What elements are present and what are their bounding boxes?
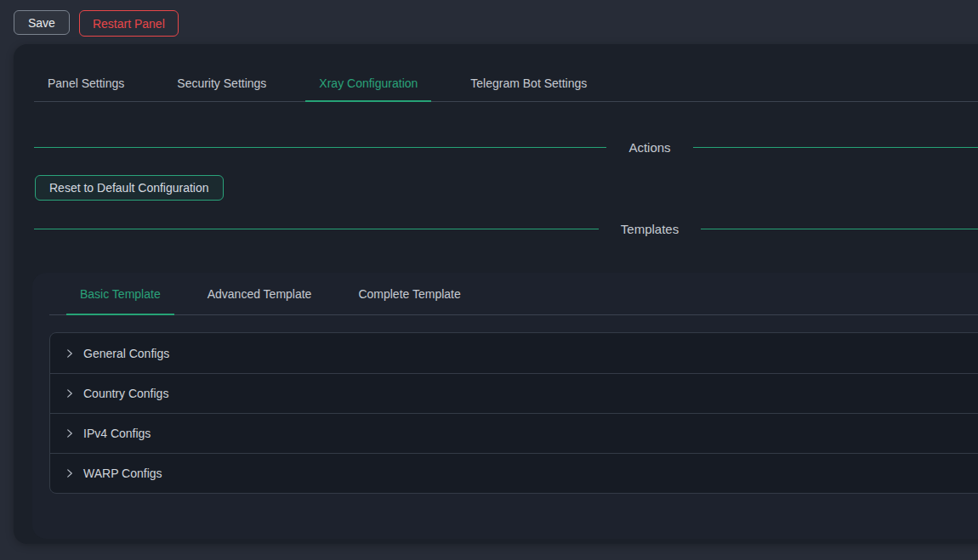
save-button[interactable]: Save	[14, 10, 70, 35]
divider-line	[34, 147, 606, 148]
templates-tabbar: Basic Template Advanced Template Complet…	[49, 273, 978, 315]
tab-panel-settings[interactable]: Panel Settings	[34, 65, 138, 101]
tab-basic-template[interactable]: Basic Template	[66, 273, 174, 314]
collapse-warp-configs[interactable]: WARP Configs	[50, 453, 978, 493]
actions-divider: Actions	[34, 137, 978, 157]
reset-default-configuration-button[interactable]: Reset to Default Configuration	[35, 175, 224, 201]
tab-security-settings[interactable]: Security Settings	[163, 65, 280, 101]
divider-line	[693, 147, 978, 148]
divider-line	[701, 229, 978, 229]
chevron-right-icon	[64, 467, 76, 479]
collapse-country-configs[interactable]: Country Configs	[50, 373, 978, 413]
collapse-label: IPv4 Configs	[83, 427, 151, 440]
chevron-right-icon	[64, 427, 76, 439]
collapse-label: Country Configs	[83, 387, 168, 400]
collapse-label: WARP Configs	[83, 467, 162, 480]
templates-card: Basic Template Advanced Template Complet…	[32, 273, 978, 539]
collapse-label: General Configs	[83, 347, 169, 360]
top-action-bar: Save Restart Panel	[0, 0, 978, 44]
tab-xray-configuration[interactable]: Xray Configuration	[305, 65, 431, 101]
tab-complete-template[interactable]: Complete Template	[344, 273, 474, 314]
templates-divider: Templates	[34, 218, 978, 239]
collapse-ipv4-configs[interactable]: IPv4 Configs	[50, 413, 978, 453]
divider-line	[34, 229, 599, 229]
actions-divider-title: Actions	[628, 140, 670, 155]
settings-tabbar: Panel Settings Security Settings Xray Co…	[34, 65, 978, 102]
templates-divider-title: Templates	[621, 222, 679, 236]
chevron-right-icon	[64, 348, 76, 359]
config-collapse-list: General Configs Country Configs IPv4 Con…	[49, 332, 978, 494]
tab-advanced-template[interactable]: Advanced Template	[194, 273, 326, 314]
collapse-general-configs[interactable]: General Configs	[50, 333, 978, 373]
tab-telegram-bot-settings[interactable]: Telegram Bot Settings	[457, 65, 600, 101]
chevron-right-icon	[64, 387, 76, 399]
restart-panel-button[interactable]: Restart Panel	[79, 10, 179, 37]
settings-card: Panel Settings Security Settings Xray Co…	[14, 44, 978, 544]
